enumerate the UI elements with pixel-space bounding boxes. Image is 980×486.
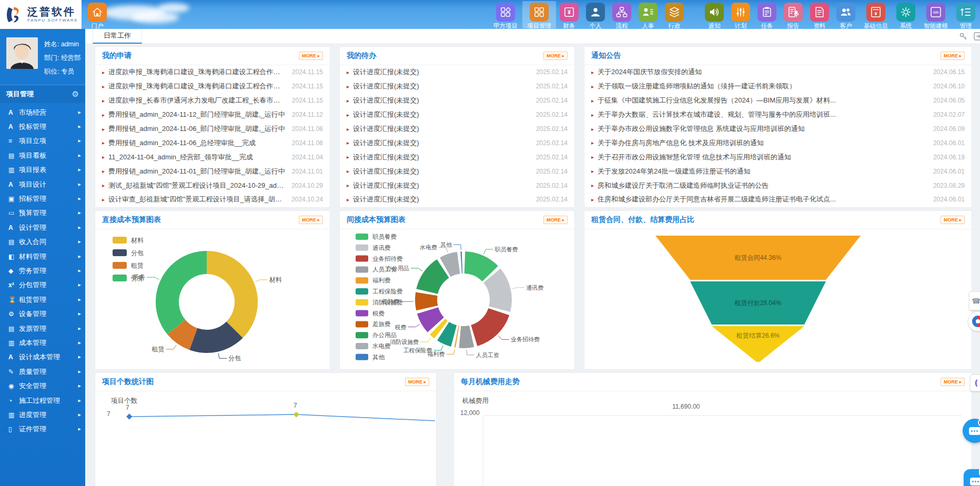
legend-label[interactable]: 业务招待费 (372, 256, 403, 262)
topnav-item-流程[interactable]: 流程 (609, 1, 635, 28)
legend-swatch[interactable] (113, 249, 127, 256)
list-item[interactable]: ▸ 设计进度汇报(未提交) 2025.02.14 (340, 178, 574, 193)
sidebar-item-分包管理[interactable]: x² 分包管理 ▶ (0, 278, 85, 292)
sidebar-item-质量管理[interactable]: ✎ 质量管理 ▶ (0, 364, 85, 379)
legend-label[interactable]: 办公用品 (372, 332, 397, 338)
list-item[interactable]: ▸ 设计审查_彭祖新城"四馆"景观工程设计项目_请选择_胡广生_2024-10-… (95, 193, 330, 207)
list-item[interactable]: ▸ 费用报销_admin_2024-11-06_部门经理审批_胡建,_运行中 2… (95, 122, 330, 136)
legend-label[interactable]: 材料 (130, 237, 144, 244)
list-item[interactable]: ▸ 关于举办大数据、云计算技术在城市建设、规划、管理与服务中的应用培训班... … (584, 108, 972, 122)
more-button[interactable]: MORE ▸ (299, 216, 323, 224)
legend-label[interactable]: 水电费 (372, 343, 391, 349)
more-button[interactable]: MORE ▸ (405, 378, 429, 386)
donut-slice-材料[interactable] (207, 251, 258, 338)
list-item[interactable]: ▸ 费用报销_admin_2024-11-01_部门经理审批_胡建,_运行中 2… (95, 164, 330, 178)
legend-label[interactable]: 差旅费 (372, 321, 391, 327)
sidebar-item-预算管理[interactable]: ▭ 预算管理 ▶ (0, 206, 85, 220)
list-item[interactable]: ▸ 设计进度汇报(未提交) 2025.02.14 (340, 65, 574, 79)
sidebar-item-投标管理[interactable]: A 投标管理 ▶ (0, 119, 85, 134)
topnav-item-甲方项目[interactable]: 甲方项目 (489, 1, 522, 28)
list-item[interactable]: ▸ 房和城乡建设厅关于取消二级建造师临时执业证书的公告 2023.08.29 (584, 178, 972, 193)
legend-label[interactable]: 税费 (372, 310, 385, 317)
legend-swatch[interactable] (356, 277, 368, 284)
topnav-item-项目管理[interactable]: 项目管理 (522, 1, 556, 28)
topnav-item-智能建模[interactable]: </> 智能建模 (919, 1, 953, 28)
legend-label[interactable]: 租赁 (130, 262, 144, 269)
topnav-item-财务[interactable]: ¥ 财务 (556, 1, 582, 28)
more-button[interactable]: MORE ▸ (941, 378, 965, 386)
list-item[interactable]: ▸ 设计进度汇报(未提交) 2025.02.14 (340, 193, 574, 207)
legend-label[interactable]: 消防设施费 (372, 299, 403, 306)
list-item[interactable]: ▸ 设计进度汇报(未提交) 2025.02.14 (340, 136, 574, 150)
list-item[interactable]: ▸ 设计进度汇报(未提交) 2025.02.14 (340, 108, 574, 122)
sidebar-item-成本管理[interactable]: ▥ 成本管理 ▶ (0, 336, 85, 350)
more-button[interactable]: MORE ▸ (543, 216, 568, 224)
topnav-item-人事[interactable]: 人事 (635, 1, 661, 28)
list-item[interactable]: ▸ 设计进度汇报(未提交) 2025.02.14 (340, 150, 574, 164)
list-item[interactable]: ▸ 关于领取一级注册建造师增项贴的通知（须持一建证书前来领取） 2024.06.… (584, 79, 972, 94)
list-item[interactable]: ▸ 关于2024年国庆节放假安排的通知 2024.06.15 (584, 65, 972, 79)
legend-swatch[interactable] (356, 332, 368, 338)
topnav-item-任务[interactable]: 任务 (754, 1, 780, 28)
sidebar-item-设计管理[interactable]: A 设计管理 ▶ (0, 220, 85, 235)
more-button[interactable]: MORE ▸ (941, 216, 965, 224)
legend-swatch[interactable] (356, 266, 368, 272)
topnav-item-资料[interactable]: 资料 (806, 1, 833, 28)
legend-swatch[interactable] (113, 275, 127, 281)
more-button[interactable]: MORE ▸ (543, 52, 568, 60)
topnav-item-个人[interactable]: 个人 (582, 1, 609, 28)
donut-slice-其他[interactable] (460, 251, 462, 274)
list-item[interactable]: ▸ 住房和城乡建设部办公厅关于同意吉林省开展二级建造师注册证书电子化试点... … (584, 193, 972, 207)
key-icon[interactable] (959, 32, 967, 43)
legend-swatch[interactable] (356, 321, 368, 327)
list-item[interactable]: ▸ 设计进度汇报(未提交) 2025.02.14 (340, 79, 574, 94)
topnav-item-通知[interactable]: 通知 (701, 1, 728, 28)
topnav-item-系统[interactable]: 系统 (893, 1, 919, 28)
settings-gear-icon[interactable]: ⚙ (72, 89, 79, 99)
topnav-item-报告[interactable]: 报告 (780, 1, 806, 28)
sidebar-item-项目设计[interactable]: A 项目设计 ▶ (0, 177, 85, 191)
service-widget[interactable]: ☎ (969, 291, 980, 310)
legend-label[interactable]: 工程保险费 (372, 288, 403, 295)
donut-slice-业务招待费[interactable] (471, 308, 509, 346)
legend-swatch[interactable] (356, 299, 368, 306)
topnav-item-基础信息[interactable]: ¥ 基础信息 (859, 1, 893, 28)
list-item[interactable]: ▸ 设计进度汇报(未提交) 2025.02.14 (340, 94, 574, 108)
list-item[interactable]: ▸ 设计进度汇报(未提交) 2025.02.14 (340, 164, 574, 178)
data-point-marker[interactable] (126, 413, 132, 419)
sidebar-item-租赁管理[interactable]: ⌛ 租赁管理 ▶ (0, 292, 85, 307)
legend-swatch[interactable] (113, 237, 127, 244)
legend-swatch[interactable] (356, 256, 368, 262)
list-item[interactable]: ▸ 11_2024-11-04_admin_经营部_领导审批__完成 2024.… (95, 150, 330, 164)
legend-swatch[interactable] (356, 234, 368, 240)
sidebar-item-发票管理[interactable]: ▤ 发票管理 ▶ (0, 321, 85, 336)
donut-slice-差旅费[interactable] (415, 292, 438, 311)
sidebar-item-证件管理[interactable]: ▯ 证件管理 ▶ (0, 422, 85, 437)
data-point-marker[interactable] (294, 412, 299, 418)
donut-slice-劳务[interactable] (156, 251, 207, 335)
legend-swatch[interactable] (356, 310, 368, 317)
sidebar-item-项目立项[interactable]: ≡ 项目立项 ▶ (0, 134, 85, 148)
sidebar-item-施工过程管理[interactable]: ◔ 施工过程管理 ▶ (0, 393, 85, 408)
topnav-item-计划[interactable]: 计划 (728, 1, 754, 28)
sidebar-item-进度管理[interactable]: ▥ 进度管理 ▶ (0, 408, 85, 422)
list-item[interactable]: ▸ 关于举办住房与房地产信息化 技术及应用培训班的通知 2024.06.01 (584, 136, 972, 150)
legend-label[interactable]: 分包 (131, 249, 144, 257)
legend-label[interactable]: 福利费 (372, 277, 391, 284)
sidebar-item-劳务管理[interactable]: ◆ 劳务管理 ▶ (0, 264, 85, 278)
list-item[interactable]: ▸ 进度款申报_珠海鹤港口建设_珠海鹤港口建设工程合作协议书_admin_...… (95, 79, 330, 94)
list-item[interactable]: ▸ 费用报销_admin_2024-11-12_部门经理审批_胡建,_运行中 2… (95, 108, 330, 122)
list-item[interactable]: ▸ 关于举办市政公用设施数字化管理信息 系统建设与应用培训班的通知 2024.0… (584, 122, 972, 136)
topnav-item-home[interactable]: 门户 (84, 1, 110, 28)
sidebar-item-项目看板[interactable]: ▤ 项目看板 ▶ (0, 148, 85, 163)
sidebar-item-收入合同[interactable]: ▤ 收入合同 ▶ (0, 235, 85, 249)
legend-label[interactable]: 人员工资 (372, 266, 397, 272)
legend-swatch[interactable] (113, 262, 127, 269)
sidebar-item-安全管理[interactable]: ◉ 安全管理 ▶ (0, 379, 85, 393)
tab-daily-work[interactable]: 日常工作 (93, 29, 142, 44)
donut-slice-人员工资[interactable] (459, 326, 474, 348)
pager-icon[interactable] (974, 32, 980, 43)
legend-label[interactable]: 劳务 (131, 275, 144, 282)
legend-swatch[interactable] (356, 343, 368, 349)
list-item[interactable]: ▸ 设计进度汇报(未提交) 2025.02.14 (340, 122, 574, 136)
